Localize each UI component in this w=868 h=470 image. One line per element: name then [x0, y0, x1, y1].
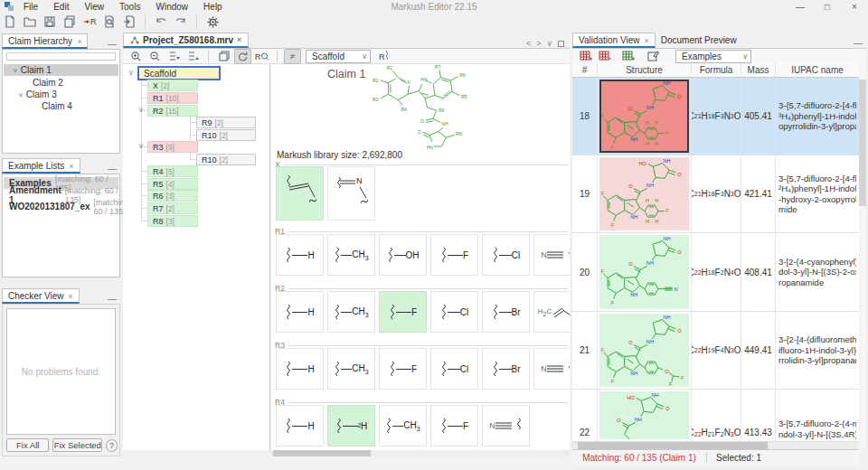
tree-node[interactable]: R9[2] [196, 117, 256, 128]
nav-left-icon[interactable]: < [526, 39, 531, 48]
open-folder-icon[interactable] [22, 14, 38, 30]
fragment-tile[interactable]: F [379, 291, 427, 333]
fragment-tile[interactable]: F [430, 405, 478, 446]
maximize-view-icon[interactable] [558, 41, 564, 47]
fragment-tile[interactable]: ²H [327, 405, 375, 446]
example-list-item[interactable]: WO2020131807_ex [matching: 60 / 135] [4, 201, 118, 212]
horizontal-scrollbar[interactable] [271, 450, 570, 456]
expand-all-icon[interactable] [165, 49, 183, 64]
fragment-tile[interactable] [276, 166, 324, 221]
close-icon[interactable]: × [77, 37, 81, 46]
minimize-panel-icon[interactable]: — [108, 39, 120, 49]
table-row[interactable]: 22 NH O HO NH O C22H21F2N3O3 413.43 3-[5… [572, 390, 859, 442]
minimize-panel-icon[interactable]: — [108, 294, 120, 304]
menu-help[interactable]: Help [197, 2, 229, 12]
tree-node[interactable]: R10[2] [196, 154, 256, 165]
fragment-tile[interactable]: H [276, 348, 324, 390]
col-structure[interactable]: Structure [598, 63, 692, 78]
tree-node[interactable]: R5[4] [147, 178, 198, 190]
table-row[interactable]: 18 NH O NH O NH F F HHHH F C21H18F3N3O2 … [572, 78, 859, 155]
tab-list-icon[interactable]: ∨ [546, 39, 552, 48]
tree-node[interactable]: R10[2] [196, 129, 256, 141]
tree-node[interactable]: X[2] [147, 80, 198, 91]
col-iupac[interactable]: IUPAC name [776, 63, 859, 78]
remove-table-row-icon[interactable] [596, 49, 613, 64]
minimize-panel-icon[interactable]: — [854, 38, 866, 48]
import-icon[interactable] [121, 14, 137, 30]
r-group-attachment-icon[interactable]: R [376, 49, 398, 64]
fragment-tile[interactable]: CH3 [327, 348, 375, 390]
claim-tree-item[interactable]: Claim 4 [4, 100, 118, 112]
minimize-button[interactable]: — [787, 2, 814, 12]
fragment-tile[interactable]: Cl [482, 234, 530, 276]
close-button[interactable]: × [841, 2, 868, 12]
tab-checker-view[interactable]: Checker View × [2, 288, 80, 304]
r-group-query-icon[interactable]: R [253, 49, 270, 64]
chevron-down-icon[interactable]: ∨ [18, 91, 24, 98]
close-icon[interactable]: × [69, 162, 73, 171]
tab-claim-hierarchy[interactable]: Claim Hierarchy × [2, 33, 88, 49]
fragment-tile[interactable]: N [482, 405, 530, 446]
close-icon[interactable]: × [69, 292, 73, 301]
add-table-row-icon[interactable] [577, 49, 594, 64]
menu-view[interactable]: View [78, 2, 110, 12]
tree-node[interactable]: R7[2] [147, 202, 198, 214]
fix-all-button[interactable]: Fix All [6, 438, 49, 452]
fragment-tile[interactable]: OH [379, 234, 427, 276]
fragment-tile[interactable]: N [533, 348, 570, 390]
tree-node[interactable]: R8[3] [147, 215, 198, 227]
fragment-tile[interactable]: Cl [430, 291, 478, 333]
scrollbar-thumb[interactable] [273, 450, 371, 456]
tree-node[interactable]: R6[3] [147, 190, 198, 202]
map-r-groups-icon[interactable]: R [81, 14, 98, 30]
fragment-tile[interactable]: H [276, 234, 324, 276]
tree-node[interactable]: R1[10] [147, 92, 198, 104]
col-number[interactable]: # [572, 63, 598, 78]
fragment-tile[interactable]: CH3 [379, 405, 427, 446]
fragment-tile[interactable]: Cl [430, 348, 478, 390]
zoom-out-icon[interactable] [146, 49, 164, 64]
not-equal-icon[interactable]: ≠ [284, 49, 301, 64]
tab-example-lists[interactable]: Example Lists × [2, 158, 80, 174]
maximize-button[interactable]: □ [814, 2, 841, 12]
nav-right-icon[interactable]: > [536, 39, 541, 48]
claim-tree-item[interactable]: Claim 2 [4, 77, 118, 89]
markush-canvas[interactable]: Claim 1 X R1 R2 R3 R4 HN R7 R6 R5 R9 [271, 64, 570, 450]
fragment-tile[interactable]: Br [482, 291, 530, 333]
zoom-in-icon[interactable] [127, 49, 145, 64]
settings-gear-icon[interactable] [204, 14, 221, 30]
chevron-down-icon[interactable]: ∨ [138, 106, 144, 114]
fragment-tile[interactable]: CH3 [327, 234, 375, 276]
redo-icon[interactable] [173, 14, 189, 30]
save-icon[interactable] [42, 14, 58, 30]
fragment-tile[interactable]: H [276, 405, 324, 446]
tree-node[interactable]: R2[15] [147, 105, 198, 117]
chevron-down-icon[interactable]: ∨ [128, 69, 134, 77]
frame-icon[interactable] [215, 49, 232, 64]
table-horizontal-scrollbar[interactable] [572, 442, 859, 449]
fragment-tile[interactable]: Br [482, 348, 530, 390]
copy-icon[interactable] [61, 14, 78, 30]
claim-filter-input[interactable] [6, 52, 116, 61]
rotate-icon[interactable] [234, 49, 251, 64]
tree-node-scaffold[interactable]: Scaffold [137, 66, 221, 80]
table-row[interactable]: 19 NH O HO NH O NH F F HHHH F C21H18F3N3… [572, 155, 859, 233]
fragment-tile[interactable]: N [327, 166, 375, 221]
claim-tree-item[interactable]: ∨ Claim 1 [4, 64, 118, 76]
menu-edit[interactable]: Edit [47, 2, 75, 12]
tree-node[interactable]: R4[5] [147, 165, 198, 177]
scrollbar-thumb[interactable] [859, 80, 866, 206]
table-row[interactable]: 20 NH O NH O NH F F N C22H18F2N4O2 408.4… [572, 233, 859, 312]
table-settings-icon[interactable] [619, 49, 637, 64]
scrollbar-thumb[interactable] [578, 442, 768, 449]
table-row[interactable]: 21 NH O NH O NH F F O FF C22H19F4N3O3 44… [572, 312, 859, 390]
chevron-down-icon[interactable]: ∨ [13, 67, 18, 73]
menu-window[interactable]: Window [149, 2, 194, 12]
menu-tools[interactable]: Tools [113, 2, 146, 12]
close-icon[interactable]: × [237, 35, 241, 44]
table-vertical-scrollbar[interactable] [859, 63, 866, 449]
col-formula[interactable]: Formula [692, 63, 741, 78]
fragment-tile[interactable]: H [276, 291, 324, 333]
fragment-tile[interactable]: F [379, 348, 427, 390]
help-button[interactable]: ? [106, 439, 118, 452]
